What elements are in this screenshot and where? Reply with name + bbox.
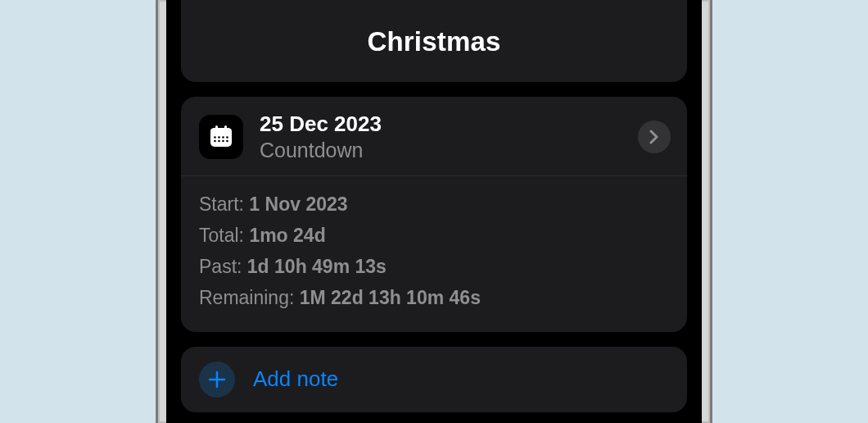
countdown-date: 25 Dec 2023 bbox=[260, 111, 638, 137]
add-note-label: Add note bbox=[253, 366, 338, 392]
svg-point-10 bbox=[218, 140, 220, 143]
svg-point-6 bbox=[218, 136, 220, 139]
svg-point-7 bbox=[222, 136, 224, 139]
stat-start: Start: 1 Nov 2023 bbox=[199, 189, 669, 221]
calendar-icon bbox=[199, 115, 243, 159]
svg-point-9 bbox=[214, 140, 216, 143]
svg-rect-2 bbox=[210, 132, 232, 134]
svg-point-12 bbox=[226, 140, 228, 143]
countdown-stats: Start: 1 Nov 2023 Total: 1mo 24d Past: 1… bbox=[181, 176, 687, 332]
countdown-header-row[interactable]: 25 Dec 2023 Countdown bbox=[181, 97, 687, 176]
chevron-right-icon[interactable] bbox=[638, 121, 671, 153]
stat-total: Total: 1mo 24d bbox=[199, 221, 669, 252]
countdown-card: 25 Dec 2023 Countdown Start: 1 Nov 2023 … bbox=[181, 97, 687, 332]
add-note-button[interactable]: Add note bbox=[181, 347, 687, 412]
svg-point-8 bbox=[226, 136, 228, 139]
page-title: Christmas bbox=[367, 26, 500, 57]
screen: Christmas bbox=[166, 0, 702, 423]
svg-point-5 bbox=[214, 136, 216, 139]
title-card: Christmas bbox=[181, 0, 687, 82]
svg-rect-4 bbox=[224, 125, 227, 130]
stat-past: Past: 1d 10h 49m 13s bbox=[199, 252, 669, 283]
svg-point-11 bbox=[222, 140, 224, 143]
svg-rect-3 bbox=[215, 125, 218, 130]
stat-remaining: Remaining: 1M 22d 13h 10m 46s bbox=[199, 283, 669, 314]
countdown-title-block: 25 Dec 2023 Countdown bbox=[260, 111, 638, 162]
countdown-subtitle: Countdown bbox=[260, 139, 638, 162]
plus-icon bbox=[199, 362, 235, 398]
phone-frame: Christmas bbox=[156, 0, 712, 423]
